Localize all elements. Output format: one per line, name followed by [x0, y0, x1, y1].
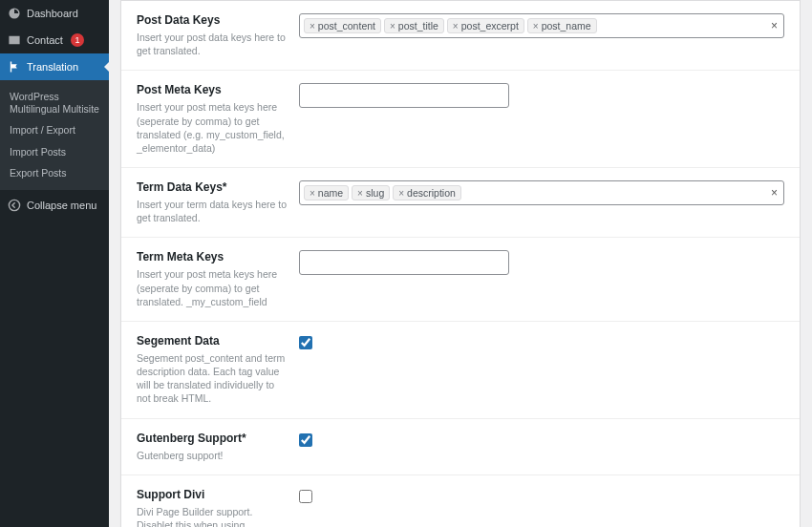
remove-tag-icon[interactable]: × — [398, 188, 404, 199]
remove-tag-icon[interactable]: × — [390, 21, 395, 32]
field-label: Term Meta Keys — [137, 250, 288, 264]
post-data-keys-input[interactable]: ×post_content ×post_title ×post_excerpt … — [299, 13, 784, 38]
field-desc: Insert your post data keys here to get t… — [137, 31, 288, 57]
sidebar-item-translation[interactable]: Translation — [0, 53, 109, 80]
term-data-keys-input[interactable]: ×name ×slug ×description × — [299, 180, 784, 205]
submenu-item-export-posts[interactable]: Export Posts — [0, 162, 109, 184]
submenu-item-import-posts[interactable]: Import Posts — [0, 141, 109, 163]
field-desc: Insert your post meta keys here (seperat… — [137, 267, 288, 308]
tag[interactable]: ×post_excerpt — [447, 18, 524, 33]
sidebar-submenu: WordPress Multilingual Multisite Import … — [0, 80, 109, 190]
gutenberg-support-checkbox[interactable] — [299, 433, 312, 447]
submenu-item-import-export[interactable]: Import / Export — [0, 119, 109, 141]
mail-icon — [8, 33, 21, 47]
sidebar-item-contact[interactable]: Contact 1 — [0, 27, 109, 53]
post-meta-keys-input[interactable] — [299, 83, 509, 108]
field-desc: Insert your post meta keys here (seperat… — [137, 100, 288, 155]
support-divi-checkbox[interactable] — [299, 490, 312, 503]
tag[interactable]: ×name — [304, 185, 349, 200]
field-label: Post Meta Keys — [137, 83, 288, 96]
field-desc: Gutenberg support! — [137, 449, 288, 462]
field-label: Support Divi — [137, 488, 288, 501]
field-label: Post Data Keys — [137, 13, 288, 27]
dashboard-icon — [8, 7, 21, 20]
clear-all-icon[interactable]: × — [771, 186, 778, 200]
collapse-label: Collapse menu — [27, 200, 96, 211]
remove-tag-icon[interactable]: × — [310, 21, 315, 32]
submenu-item-wp-multisite[interactable]: WordPress Multilingual Multisite — [0, 86, 109, 119]
clear-all-icon[interactable]: × — [771, 19, 778, 32]
remove-tag-icon[interactable]: × — [453, 21, 459, 32]
field-desc: Insert your term data keys here to get t… — [137, 198, 288, 224]
tag[interactable]: ×post_title — [384, 18, 444, 33]
field-label: Segement Data — [137, 334, 288, 348]
flag-icon — [8, 60, 21, 74]
tag[interactable]: ×slug — [352, 185, 390, 200]
remove-tag-icon[interactable]: × — [357, 188, 363, 199]
remove-tag-icon[interactable]: × — [310, 188, 315, 199]
tag[interactable]: ×description — [393, 185, 461, 200]
sidebar-item-label: Contact — [27, 34, 63, 46]
term-meta-keys-input[interactable] — [299, 250, 509, 275]
notification-badge: 1 — [71, 33, 84, 47]
field-desc: Segement post_content and term descripti… — [137, 351, 288, 406]
sidebar-item-label: Translation — [27, 61, 78, 73]
field-label: Gutenberg Support* — [137, 432, 288, 445]
collapse-menu-button[interactable]: Collapse menu — [0, 192, 109, 219]
collapse-icon — [8, 199, 21, 212]
field-desc: Divi Page Builder support. Disablet this… — [137, 505, 288, 527]
field-label: Term Data Keys* — [137, 180, 288, 194]
svg-point-0 — [9, 200, 19, 210]
sidebar-item-dashboard[interactable]: Dashboard — [0, 0, 109, 27]
tag[interactable]: ×post_content — [304, 18, 381, 33]
segment-data-checkbox[interactable] — [299, 336, 312, 349]
tag[interactable]: ×post_name — [527, 18, 597, 33]
sidebar-item-label: Dashboard — [27, 8, 78, 19]
remove-tag-icon[interactable]: × — [533, 21, 539, 32]
